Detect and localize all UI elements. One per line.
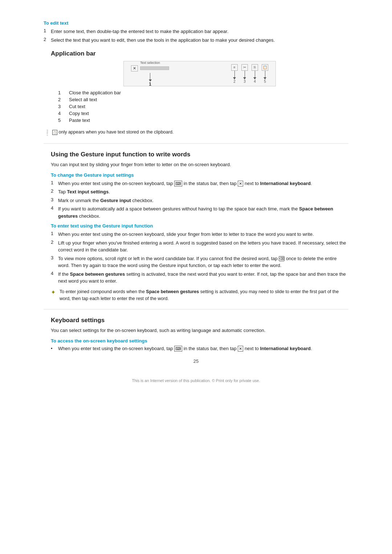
cs-num-3: 3 bbox=[51, 197, 58, 204]
es-num-3: 3 bbox=[51, 255, 58, 269]
es-text-3: To view more options, scroll right or le… bbox=[58, 255, 348, 269]
es-text-2: Lift up your finger when you've finished… bbox=[58, 239, 348, 254]
cs-text-3: Mark or unmark the Gesture input checkbo… bbox=[58, 197, 154, 204]
nl2: 2 bbox=[233, 79, 236, 83]
settings-icon-1: ✕ bbox=[238, 181, 243, 186]
access-keyboard-section: To access the on-screen keyboard setting… bbox=[44, 338, 348, 351]
cs-text-4: If you want to automatically add a space… bbox=[58, 205, 348, 219]
arrow-down-1 bbox=[149, 73, 152, 82]
gesture-tip-text: To enter joined compound words when the … bbox=[60, 288, 348, 302]
cs-num-1: 1 bbox=[51, 180, 58, 187]
es-num-1: 1 bbox=[51, 231, 58, 238]
access-keyboard-heading: To access the on-screen keyboard setting… bbox=[51, 338, 348, 344]
al5 bbox=[265, 71, 265, 77]
bar-icon-3: ✂ 3 bbox=[241, 64, 248, 83]
cs-text-1: When you enter text using the on-screen … bbox=[58, 180, 312, 187]
delete-icon: ⌫ bbox=[279, 256, 285, 261]
al3 bbox=[245, 71, 245, 77]
al2 bbox=[234, 71, 235, 77]
tip-icon: ✦ bbox=[51, 289, 60, 296]
es-text-1: When you enter text using the on-screen … bbox=[58, 231, 314, 238]
exclamation-icon: ❕ bbox=[44, 129, 52, 136]
bar-text-area bbox=[140, 66, 169, 70]
keyboard-icon-2: ⌨ bbox=[174, 346, 182, 352]
step-text-1: Enter some text, then double-tap the ent… bbox=[51, 28, 228, 35]
change-step-3: 3 Mark or unmark the Gesture input check… bbox=[51, 197, 348, 204]
tr-num-5: 5 bbox=[58, 118, 69, 123]
access-text-1: When you enter text using the on-screen … bbox=[58, 346, 312, 351]
nl3: 3 bbox=[244, 79, 246, 83]
es-num-4: 4 bbox=[51, 271, 58, 285]
page-number: 25 bbox=[44, 358, 348, 364]
nl4: 4 bbox=[254, 79, 256, 83]
tr-desc-5: Paste text bbox=[69, 118, 90, 123]
bar-icon-5: 📋 5 bbox=[262, 64, 268, 83]
tr-num-1: 1 bbox=[58, 90, 69, 95]
edit-text-heading: To edit text bbox=[44, 20, 348, 26]
arrow-3 bbox=[243, 71, 246, 79]
nl5: 5 bbox=[264, 79, 266, 83]
page-footer: This is an Internet version of this publ… bbox=[44, 378, 348, 383]
label-1: 1 bbox=[149, 82, 151, 87]
step-num-1: 1 bbox=[44, 28, 51, 35]
cs-num-4: 4 bbox=[51, 205, 58, 219]
enter-step-1: 1 When you enter text using the on-scree… bbox=[51, 231, 348, 238]
enter-step-4: 4 If the Space between gestures setting … bbox=[51, 271, 348, 285]
es-num-2: 2 bbox=[51, 239, 58, 254]
edit-text-section: To edit text 1 Enter some text, then dou… bbox=[44, 20, 348, 44]
gesture-heading: Using the Gesture input function to writ… bbox=[51, 151, 348, 158]
icon-sym-3: ✂ bbox=[241, 64, 248, 71]
tr-desc-1: Close the application bar bbox=[69, 90, 121, 95]
clipboard-icon: 📋 bbox=[52, 130, 57, 135]
change-step-4: 4 If you want to automatically add a spa… bbox=[51, 205, 348, 219]
change-step-2: 2 Tap Text input settings. bbox=[51, 188, 348, 196]
change-settings-heading: To change the Gesture input settings bbox=[51, 172, 348, 178]
bar-x-icon: ✕ bbox=[131, 65, 138, 71]
cs-text-2: Tap Text input settings. bbox=[58, 188, 110, 196]
al4 bbox=[255, 71, 255, 77]
tr-desc-4: Copy text bbox=[69, 111, 89, 116]
icon-sym-5: 📋 bbox=[262, 64, 268, 71]
divider-2 bbox=[44, 309, 348, 309]
page-content: To edit text 1 Enter some text, then dou… bbox=[44, 20, 348, 383]
app-bar-left: Text selection ✕ 1 bbox=[131, 61, 169, 87]
arrow-2 bbox=[233, 71, 236, 79]
bar-label-left: Text selection bbox=[140, 61, 160, 65]
tr-num-2: 2 bbox=[58, 97, 69, 102]
arrow-1 bbox=[149, 73, 152, 82]
arrow-4 bbox=[253, 71, 256, 79]
es-text-4: If the Space between gestures setting is… bbox=[58, 271, 348, 285]
table-row-1: 1 Close the application bar bbox=[58, 90, 348, 95]
enter-step-2: 2 Lift up your finger when you've finish… bbox=[51, 239, 348, 254]
enter-text-section: To enter text using the Gesture input fu… bbox=[44, 223, 348, 302]
table-row-3: 3 Cut text bbox=[58, 104, 348, 109]
bar-icon-2: ≡ 2 bbox=[231, 64, 238, 83]
application-bar-section: Application bar Text selection ✕ bbox=[44, 50, 348, 136]
icon-sym-2: ≡ bbox=[231, 64, 238, 71]
bar-icon-4: ⎘ 4 bbox=[252, 64, 258, 83]
icon-sym-4: ⎘ bbox=[252, 64, 258, 71]
keyboard-settings-heading: Keyboard settings bbox=[51, 317, 348, 324]
gesture-tip: ✦ To enter joined compound words when th… bbox=[51, 288, 348, 302]
clipboard-note-text: 📋 only appears when you have text stored… bbox=[52, 129, 173, 136]
app-bar-diagram: Text selection ✕ 1 bbox=[51, 61, 348, 123]
gesture-intro: You can input text by sliding your finge… bbox=[51, 161, 348, 169]
app-bar-table: 1 Close the application bar 2 Select all… bbox=[58, 90, 348, 123]
bar-sim: ✕ bbox=[131, 65, 169, 71]
clipboard-note: ❕ 📋 only appears when you have text stor… bbox=[44, 129, 348, 136]
table-row-4: 4 Copy text bbox=[58, 111, 348, 116]
keyboard-settings-intro: You can select settings for the on-scree… bbox=[51, 327, 348, 335]
tr-num-3: 3 bbox=[58, 104, 69, 109]
arrow-line-1 bbox=[150, 73, 150, 79]
step-text-2: Select the text that you want to edit, t… bbox=[51, 37, 275, 44]
cs-num-2: 2 bbox=[51, 188, 58, 196]
tr-num-4: 4 bbox=[58, 111, 69, 116]
change-step-1: 1 When you enter text using the on-scree… bbox=[51, 180, 348, 187]
step-num-2: 2 bbox=[44, 37, 51, 44]
gesture-section: Using the Gesture input function to writ… bbox=[44, 151, 348, 302]
bullet-1: • bbox=[51, 346, 58, 351]
edit-step-1: 1 Enter some text, then double-tap the e… bbox=[44, 28, 348, 35]
enter-text-heading: To enter text using the Gesture input fu… bbox=[51, 223, 348, 229]
tr-desc-3: Cut text bbox=[69, 104, 85, 109]
arrow-5 bbox=[264, 71, 266, 79]
